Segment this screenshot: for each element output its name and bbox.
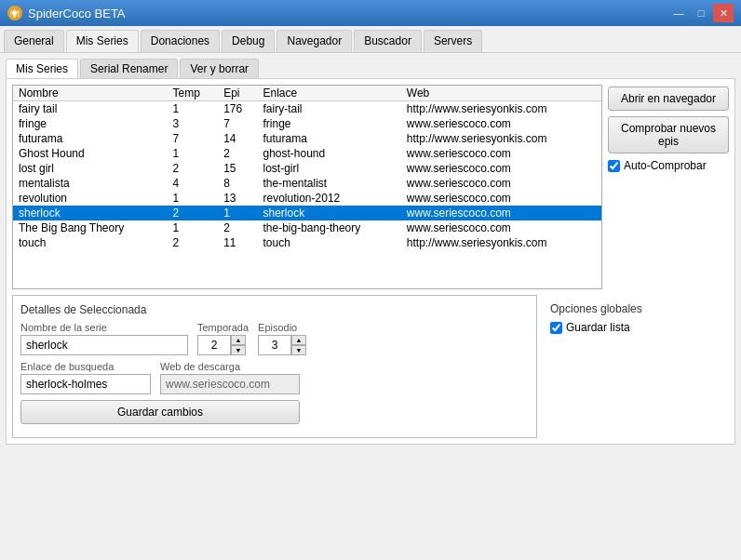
cell-nombre: fringe xyxy=(13,116,168,131)
season-down-btn[interactable]: ▼ xyxy=(231,345,246,355)
auto-check-row: Auto-Comprobar xyxy=(608,159,729,172)
episode-spinner-btns: ▲ ▼ xyxy=(291,335,306,355)
episode-group: Episodio ▲ ▼ xyxy=(258,322,306,355)
maximize-button[interactable]: □ xyxy=(691,4,711,22)
cell-temp: 2 xyxy=(168,161,219,176)
table-row[interactable]: mentalista 4 8 the-mentalist www.seriesc… xyxy=(13,176,601,191)
cell-web: www.seriescoco.com xyxy=(401,146,601,161)
tab-buscador[interactable]: Buscador xyxy=(354,30,422,52)
content-area: Mis Series Serial Renamer Ver y borrar N… xyxy=(0,53,741,560)
cell-epi: 2 xyxy=(218,220,257,235)
save-changes-button[interactable]: Guardar cambios xyxy=(20,400,300,424)
cell-web: www.seriescoco.com xyxy=(401,206,601,220)
save-list-checkbox[interactable] xyxy=(550,322,562,334)
cell-epi: 13 xyxy=(218,191,257,206)
table-row[interactable]: revolution 1 13 revolution-2012 www.seri… xyxy=(13,191,601,206)
cell-enlace: touch xyxy=(258,235,401,250)
cell-epi: 176 xyxy=(218,101,257,117)
search-link-input[interactable] xyxy=(20,374,151,394)
cell-temp: 1 xyxy=(168,220,219,235)
episode-down-btn[interactable]: ▼ xyxy=(291,345,306,355)
open-browser-button[interactable]: Abrir en navegador xyxy=(608,87,729,111)
download-web-group: Web de descarga xyxy=(160,361,300,394)
episode-up-btn[interactable]: ▲ xyxy=(291,335,306,345)
window-controls: — □ ✕ xyxy=(668,4,734,22)
table-row[interactable]: lost girl 2 15 lost-girl www.seriescoco.… xyxy=(13,161,601,176)
cell-temp: 2 xyxy=(168,235,219,250)
table-row[interactable]: futurama 7 14 futurama http://www.series… xyxy=(13,131,601,146)
table-row[interactable]: fringe 3 7 fringe www.seriescoco.com xyxy=(13,116,601,131)
col-temp: Temp xyxy=(168,86,219,101)
series-table-container[interactable]: Nombre Temp Epi Enlace Web fairy tail 1 … xyxy=(12,85,602,289)
top-section: Nombre Temp Epi Enlace Web fairy tail 1 … xyxy=(12,85,729,289)
cell-temp: 1 xyxy=(168,146,219,161)
series-table: Nombre Temp Epi Enlace Web fairy tail 1 … xyxy=(13,86,601,250)
auto-check-label: Auto-Comprobar xyxy=(624,159,707,172)
cell-web: http://www.seriesyonkis.com xyxy=(401,235,601,250)
app-title: SpiderCoco BETA xyxy=(28,7,126,20)
cell-nombre: revolution xyxy=(13,191,168,206)
subtab-serial-renamer[interactable]: Serial Renamer xyxy=(80,59,178,78)
details-title: Detalles de Seleccionada xyxy=(20,303,529,316)
cell-enlace: fairy-tail xyxy=(258,101,401,117)
cell-nombre: fairy tail xyxy=(13,101,168,117)
download-web-label: Web de descarga xyxy=(160,361,300,372)
col-web: Web xyxy=(401,86,601,101)
name-row: Nombre de la serie Temporada ▲ ▼ xyxy=(20,322,529,355)
cell-nombre: mentalista xyxy=(13,176,168,191)
minimize-button[interactable]: — xyxy=(668,4,689,22)
cell-epi: 15 xyxy=(218,161,257,176)
cell-enlace: fringe xyxy=(258,116,401,131)
app-icon: 🕷 xyxy=(7,6,22,20)
sub-tab-bar: Mis Series Serial Renamer Ver y borrar xyxy=(6,59,735,78)
bottom-section: Detalles de Seleccionada Nombre de la se… xyxy=(12,295,729,438)
tab-navegador[interactable]: Navegador xyxy=(276,30,352,52)
search-link-label: Enlace de busqueda xyxy=(20,361,151,372)
cell-epi: 1 xyxy=(218,206,257,220)
main-panel: Nombre Temp Epi Enlace Web fairy tail 1 … xyxy=(6,78,735,445)
cell-nombre: sherlock xyxy=(13,206,168,220)
title-bar-left: 🕷 SpiderCoco BETA xyxy=(7,6,126,20)
global-options-box: Opciones globales Guardar lista xyxy=(543,295,729,438)
table-row[interactable]: fairy tail 1 176 fairy-tail http://www.s… xyxy=(13,101,601,117)
table-row[interactable]: touch 2 11 touch http://www.seriesyonkis… xyxy=(13,235,601,250)
cell-temp: 4 xyxy=(168,176,219,191)
table-row[interactable]: The Big Bang Theory 1 2 the-big-bang-the… xyxy=(13,220,601,235)
tab-servers[interactable]: Servers xyxy=(424,30,482,52)
tab-donaciones[interactable]: Donaciones xyxy=(141,30,220,52)
table-row[interactable]: Ghost Hound 1 2 ghost-hound www.seriesco… xyxy=(13,146,601,161)
season-spinner-btns: ▲ ▼ xyxy=(231,335,246,355)
tab-general[interactable]: General xyxy=(4,30,64,52)
cell-temp: 1 xyxy=(168,191,219,206)
search-link-group: Enlace de busqueda xyxy=(20,361,151,394)
auto-check-checkbox[interactable] xyxy=(608,160,620,172)
season-up-btn[interactable]: ▲ xyxy=(231,335,246,345)
season-input[interactable] xyxy=(197,335,231,355)
cell-nombre: Ghost Hound xyxy=(13,146,168,161)
tab-debug[interactable]: Debug xyxy=(222,30,275,52)
close-button[interactable]: ✕ xyxy=(713,4,734,22)
series-table-col: Nombre Temp Epi Enlace Web fairy tail 1 … xyxy=(12,85,602,289)
cell-temp: 2 xyxy=(168,206,219,220)
cell-epi: 7 xyxy=(218,116,257,131)
subtab-mis-series[interactable]: Mis Series xyxy=(6,59,78,78)
tab-mis-series[interactable]: Mis Series xyxy=(66,30,139,52)
cell-epi: 2 xyxy=(218,146,257,161)
table-row[interactable]: sherlock 2 1 sherlock www.seriescoco.com xyxy=(13,206,601,220)
season-spinner: ▲ ▼ xyxy=(197,335,249,355)
col-enlace: Enlace xyxy=(258,86,401,101)
cell-temp: 1 xyxy=(168,101,219,117)
col-nombre: Nombre xyxy=(13,86,168,101)
global-title: Opciones globales xyxy=(550,302,721,315)
cell-nombre: touch xyxy=(13,235,168,250)
series-name-input[interactable] xyxy=(20,335,188,355)
save-list-label: Guardar lista xyxy=(566,321,630,334)
save-list-row: Guardar lista xyxy=(550,321,721,334)
cell-epi: 11 xyxy=(218,235,257,250)
cell-enlace: lost-girl xyxy=(258,161,401,176)
subtab-ver-y-borrar[interactable]: Ver y borrar xyxy=(180,59,259,78)
cell-enlace: revolution-2012 xyxy=(258,191,401,206)
check-new-button[interactable]: Comprobar nuevos epis xyxy=(608,116,729,153)
episode-input[interactable] xyxy=(258,335,291,355)
episode-spinner: ▲ ▼ xyxy=(258,335,306,355)
